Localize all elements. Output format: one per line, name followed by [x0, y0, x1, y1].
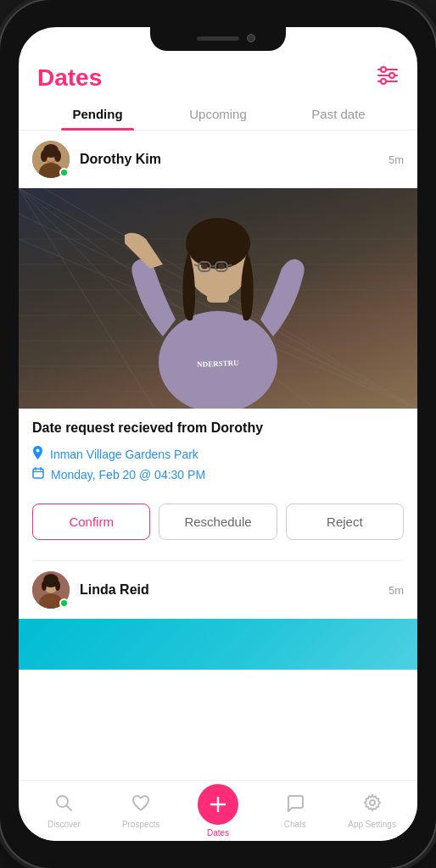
dates-plus-button[interactable]	[198, 784, 238, 825]
svg-point-49	[55, 581, 60, 591]
request-text: Date request recieved from Dorothy	[32, 420, 404, 436]
tab-past[interactable]: Past date	[278, 98, 399, 130]
reject-button[interactable]: Reject	[286, 504, 404, 540]
svg-text:NDERSTRU: NDERSTRU	[197, 359, 239, 369]
svg-point-48	[42, 581, 47, 591]
card-header-dorothy: Dorothy Kim 5m	[19, 131, 417, 188]
heart-icon	[131, 793, 150, 817]
nav-label-chats: Chats	[284, 820, 306, 829]
nav-label-discover: Discover	[48, 820, 81, 829]
datetime-detail: Monday, Feb 20 @ 04:30 PM	[32, 467, 404, 481]
location-icon	[32, 446, 43, 462]
svg-point-5	[381, 79, 386, 84]
notch-camera	[247, 34, 255, 42]
svg-point-12	[54, 150, 61, 162]
nav-item-settings[interactable]: App Settings	[333, 793, 411, 829]
phone-screen: Dates Pending	[19, 27, 417, 841]
svg-rect-39	[33, 469, 43, 478]
calendar-icon	[32, 467, 44, 481]
avatar-wrap-dorothy	[32, 141, 70, 178]
chat-icon	[286, 793, 305, 817]
nav-label-prospects: Prospects	[122, 820, 159, 829]
card-header-linda: Linda Reid 5m	[19, 561, 417, 619]
card-photo-dorothy: NDERSTRU	[19, 188, 417, 409]
svg-point-4	[389, 73, 394, 78]
app-header: Dates	[19, 51, 417, 98]
tab-pending[interactable]: Pending	[37, 98, 158, 130]
svg-line-51	[67, 805, 72, 810]
tab-bar: Pending Upcoming Past date	[19, 98, 417, 131]
filter-icon[interactable]	[377, 66, 399, 90]
screen-content: Dates Pending	[19, 27, 417, 841]
nav-item-prospects[interactable]: Prospects	[103, 793, 180, 829]
location-detail: Inman Village Gardens Park	[32, 446, 404, 462]
avatar-wrap-linda	[32, 571, 70, 609]
reschedule-button[interactable]: Reschedule	[159, 504, 277, 540]
notch	[150, 27, 286, 51]
svg-point-11	[41, 150, 48, 162]
tab-upcoming[interactable]: Upcoming	[158, 98, 278, 130]
gear-icon	[363, 793, 382, 817]
nav-label-settings: App Settings	[348, 820, 396, 829]
bottom-nav: Discover Prospects	[19, 780, 417, 841]
card-info-dorothy: Date request recieved from Dorothy Inman…	[19, 409, 417, 493]
card-time-dorothy: 5m	[388, 153, 404, 166]
card-name-dorothy: Dorothy Kim	[80, 152, 388, 167]
phone-frame: Dates Pending	[0, 0, 436, 868]
nav-item-discover[interactable]: Discover	[25, 793, 103, 829]
nav-item-dates[interactable]: Dates	[180, 784, 257, 837]
nav-item-chats[interactable]: Chats	[256, 793, 333, 829]
card-time-linda: 5m	[388, 584, 404, 597]
card-name-linda: Linda Reid	[80, 582, 388, 598]
confirm-button[interactable]: Confirm	[32, 504, 150, 540]
date-card-dorothy: Dorothy Kim 5m	[19, 131, 417, 554]
svg-point-30	[186, 218, 250, 269]
card-photo-linda	[19, 619, 417, 670]
svg-point-54	[370, 800, 375, 805]
card-actions-dorothy: Confirm Reschedule Reject	[19, 493, 417, 554]
svg-point-36	[201, 264, 208, 270]
svg-point-37	[218, 264, 225, 270]
avatar-online-dot-dorothy	[59, 168, 69, 177]
app-title: Dates	[37, 64, 102, 92]
nav-label-dates: Dates	[207, 828, 229, 837]
avatar-online-dot-linda	[59, 598, 69, 608]
location-text: Inman Village Gardens Park	[50, 448, 198, 461]
cards-scroll[interactable]: Dorothy Kim 5m	[19, 131, 417, 780]
datetime-text: Monday, Feb 20 @ 04:30 PM	[51, 468, 205, 481]
search-icon	[54, 793, 73, 817]
svg-point-3	[381, 67, 386, 72]
notch-speaker	[197, 36, 239, 41]
photo-person-dorothy: NDERSTRU	[19, 188, 417, 409]
date-card-linda: Linda Reid 5m	[19, 561, 417, 670]
